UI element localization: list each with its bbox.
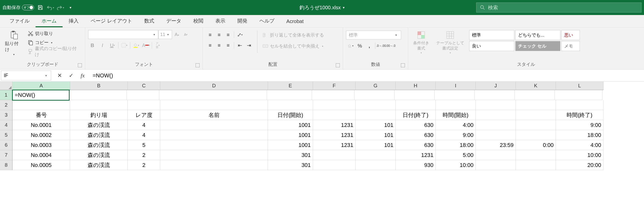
- percent-format-icon[interactable]: %: [356, 42, 364, 50]
- formula-enter-icon[interactable]: ✓: [66, 71, 76, 80]
- cell-style-1[interactable]: どちらでも...: [515, 30, 560, 40]
- column-header-D[interactable]: D: [160, 82, 268, 90]
- cell-K5[interactable]: [516, 130, 556, 140]
- cell-D7[interactable]: [160, 150, 268, 160]
- cell-E1[interactable]: [267, 90, 312, 100]
- row-header-8[interactable]: 8: [0, 160, 13, 170]
- cell-K7[interactable]: [516, 150, 556, 160]
- row-header-1[interactable]: 1: [0, 90, 13, 100]
- tab-ファイル[interactable]: ファイル: [4, 15, 36, 27]
- underline-button[interactable]: U▾: [108, 41, 117, 50]
- cell-H4[interactable]: 630: [396, 120, 436, 130]
- cell-B2[interactable]: [70, 100, 128, 110]
- redo-icon[interactable]: ▾: [57, 4, 64, 11]
- cell-G8[interactable]: [356, 160, 396, 170]
- comma-format-icon[interactable]: ,: [365, 42, 374, 50]
- cell-A4[interactable]: No.0001: [13, 120, 70, 130]
- cell-F3[interactable]: [313, 110, 356, 120]
- autosave-toggle[interactable]: 自動保存 オフ: [3, 5, 34, 11]
- cell-B3[interactable]: 釣り場: [70, 110, 128, 120]
- cell-J8[interactable]: [476, 160, 516, 170]
- cell-E2[interactable]: [268, 100, 313, 110]
- tab-数式[interactable]: 数式: [138, 15, 160, 27]
- row-header-7[interactable]: 7: [0, 150, 13, 160]
- cell-H7[interactable]: 1231: [396, 150, 436, 160]
- increase-indent-icon[interactable]: ⇥: [245, 41, 253, 50]
- cell-C5[interactable]: 4: [128, 130, 160, 140]
- undo-icon[interactable]: ▾: [47, 4, 54, 11]
- name-box[interactable]: IF ▾: [1, 71, 51, 80]
- font-size-select[interactable]: 11▾: [158, 30, 172, 39]
- cell-L1[interactable]: [555, 90, 602, 100]
- tab-データ[interactable]: データ: [160, 15, 187, 27]
- cell-C2[interactable]: [128, 100, 160, 110]
- cell-J3[interactable]: [476, 110, 516, 120]
- cell-K4[interactable]: [516, 120, 556, 130]
- align-top-icon[interactable]: ≡: [206, 31, 214, 39]
- align-middle-icon[interactable]: ≡: [215, 31, 223, 39]
- cell-A1[interactable]: =NOW(): [12, 90, 70, 101]
- column-header-I[interactable]: I: [436, 82, 476, 90]
- cell-K8[interactable]: [516, 160, 556, 170]
- tab-開発[interactable]: 開発: [231, 15, 253, 27]
- cell-D2[interactable]: [160, 100, 268, 110]
- align-center-icon[interactable]: ≡: [215, 41, 223, 50]
- cell-B4[interactable]: 森の渓流: [70, 120, 128, 130]
- cell-style-5[interactable]: メモ: [561, 41, 580, 51]
- cell-H8[interactable]: 930: [396, 160, 436, 170]
- select-all-corner[interactable]: [0, 82, 13, 90]
- tab-表示[interactable]: 表示: [209, 15, 231, 27]
- row-header-5[interactable]: 5: [0, 130, 13, 140]
- cell-B6[interactable]: 森の渓流: [70, 140, 128, 150]
- search-input[interactable]: [488, 5, 638, 11]
- column-header-H[interactable]: H: [396, 82, 436, 90]
- borders-button[interactable]: ▾: [120, 41, 128, 50]
- tab-ページ レイアウト[interactable]: ページ レイアウト: [85, 15, 138, 27]
- cell-B8[interactable]: 森の渓流: [70, 160, 128, 170]
- cell-L3[interactable]: 時間(終了): [556, 110, 603, 120]
- increase-font-icon[interactable]: A▴: [173, 30, 181, 39]
- cell-I6[interactable]: 18:00: [436, 140, 476, 150]
- cell-C1[interactable]: [127, 90, 159, 100]
- conditional-format-button[interactable]: 条件付き 書式▾: [411, 29, 431, 55]
- align-bottom-icon[interactable]: ≡: [224, 31, 232, 39]
- cell-C7[interactable]: 2: [128, 150, 160, 160]
- cell-H3[interactable]: 日付(終了): [396, 110, 436, 120]
- cell-I1[interactable]: [435, 90, 475, 100]
- cell-I7[interactable]: 5:00: [436, 150, 476, 160]
- cell-C3[interactable]: レア度: [128, 110, 160, 120]
- cell-D5[interactable]: [160, 130, 268, 140]
- align-launcher-icon[interactable]: [336, 63, 340, 67]
- align-left-icon[interactable]: ≡: [206, 41, 214, 50]
- italic-button[interactable]: I: [98, 41, 107, 50]
- cell-L5[interactable]: 18:00: [556, 130, 603, 140]
- cell-style-3[interactable]: 良い: [469, 41, 514, 51]
- save-icon[interactable]: [37, 4, 44, 11]
- cut-button[interactable]: 切り取り: [27, 29, 82, 38]
- formula-cancel-icon[interactable]: ✕: [55, 71, 65, 80]
- cell-F7[interactable]: [313, 150, 356, 160]
- column-header-B[interactable]: B: [70, 82, 128, 90]
- cell-G1[interactable]: [355, 90, 395, 100]
- accounting-format-icon[interactable]: ▾: [346, 42, 355, 50]
- column-header-G[interactable]: G: [356, 82, 396, 90]
- column-header-J[interactable]: J: [476, 82, 516, 90]
- cell-K3[interactable]: [516, 110, 556, 120]
- cell-D1[interactable]: [159, 90, 267, 100]
- cell-L6[interactable]: 4:00: [556, 140, 603, 150]
- column-header-E[interactable]: E: [268, 82, 313, 90]
- cell-H2[interactable]: [396, 100, 436, 110]
- cell-D4[interactable]: [160, 120, 268, 130]
- cell-G4[interactable]: 101: [356, 120, 396, 130]
- font-family-select[interactable]: ▾: [88, 30, 158, 39]
- cell-style-0[interactable]: 標準: [469, 30, 514, 40]
- cell-A6[interactable]: No.0003: [13, 140, 70, 150]
- tab-ホーム[interactable]: ホーム: [36, 15, 63, 27]
- spreadsheet-grid[interactable]: ABCDEFGHIJKL 1=NOW()23番号釣り場レア度名前日付(開始)日付…: [0, 82, 644, 170]
- cell-J4[interactable]: [476, 120, 516, 130]
- paste-button[interactable]: 貼り付け ▾: [3, 29, 25, 57]
- cell-I5[interactable]: 9:00: [436, 130, 476, 140]
- tab-挿入[interactable]: 挿入: [63, 15, 85, 27]
- search-box[interactable]: [476, 3, 641, 13]
- cell-A2[interactable]: [13, 100, 70, 110]
